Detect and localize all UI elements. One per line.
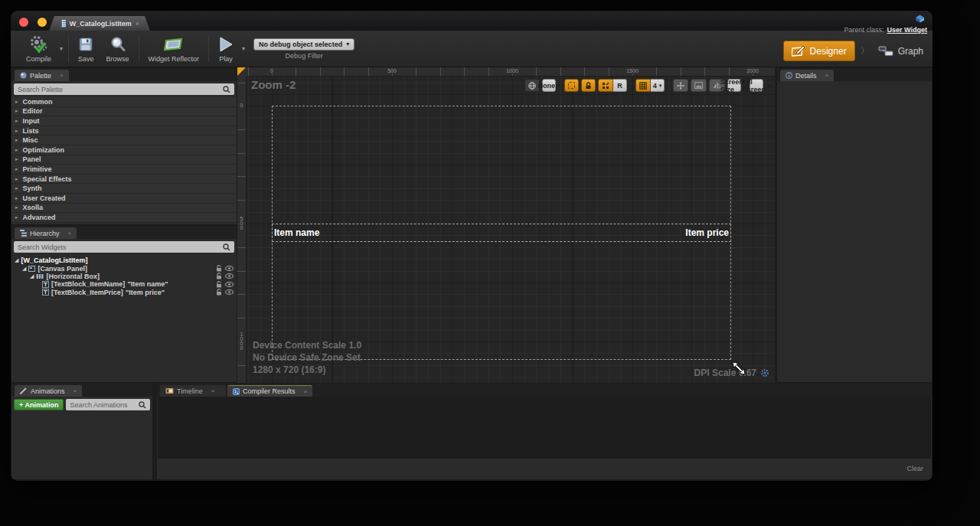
- play-options-caret-icon[interactable]: ▾: [240, 45, 247, 52]
- tree-row-textblock-itemprice[interactable]: [TextBlock_ItemPrice] "Item price": [11, 289, 237, 296]
- expand-arrow-icon[interactable]: ▸: [15, 137, 18, 143]
- expand-arrow-icon[interactable]: ▸: [15, 99, 18, 105]
- tab-animations[interactable]: Animations ×: [15, 385, 82, 397]
- visibility-eye-icon[interactable]: [225, 266, 234, 271]
- palette-category-xsolla[interactable]: ▸Xsolla: [11, 204, 237, 214]
- compile-button[interactable]: Compile: [20, 31, 57, 67]
- visibility-eye-icon[interactable]: [225, 282, 234, 287]
- close-panel-icon[interactable]: ×: [74, 387, 77, 394]
- clear-log-button[interactable]: Clear: [906, 465, 923, 472]
- graph-mode-button[interactable]: Graph: [875, 46, 926, 57]
- expand-arrow-icon[interactable]: ▸: [15, 128, 18, 134]
- palette-category-lists[interactable]: ▸Lists: [11, 126, 237, 136]
- palette-category-common[interactable]: ▸Common: [11, 97, 237, 107]
- add-animation-button[interactable]: + Animation: [14, 399, 64, 410]
- expand-arrow-icon[interactable]: ▸: [15, 195, 18, 201]
- parent-class-label: Parent class:: [844, 26, 884, 34]
- palette-search-input[interactable]: Search Palette: [14, 83, 234, 95]
- grid-toggle-button[interactable]: [635, 79, 651, 92]
- collapse-arrow-icon[interactable]: ◢: [22, 266, 26, 272]
- designer-viewport[interactable]: 0 500 1000 1500 2000 0 500 1000 Zoom -2 …: [237, 67, 775, 383]
- lock-icon[interactable]: [216, 273, 222, 279]
- close-panel-icon[interactable]: ×: [825, 72, 829, 79]
- preview-background-button[interactable]: [691, 79, 707, 92]
- minimize-window-button[interactable]: [38, 18, 47, 27]
- expand-arrow-icon[interactable]: ▸: [15, 204, 18, 211]
- palette-category-primitive[interactable]: ▸Primitive: [11, 165, 237, 175]
- palette-category-editor[interactable]: ▸Editor: [11, 107, 237, 117]
- palette-category-user-created[interactable]: ▸User Created: [11, 194, 237, 204]
- titlebar[interactable]: W_CatalogListItem ×: [11, 11, 933, 31]
- expand-arrow-icon[interactable]: ▸: [15, 214, 18, 221]
- outline-toggle-button[interactable]: [564, 79, 579, 92]
- tab-details[interactable]: Details ×: [780, 70, 834, 81]
- compiler-results-log[interactable]: [158, 397, 931, 459]
- play-button[interactable]: Play: [212, 31, 240, 67]
- close-tab-icon[interactable]: ×: [136, 20, 139, 28]
- palette-category-misc[interactable]: ▸Misc: [11, 136, 237, 145]
- asset-tab[interactable]: W_CatalogListItem ×: [49, 16, 150, 31]
- item-price-text[interactable]: Item price: [685, 227, 729, 238]
- tree-row-horizontal-box[interactable]: ◢ [Horizontal Box]: [11, 273, 237, 280]
- tab-hierarchy[interactable]: Hierarchy ×: [15, 227, 77, 239]
- palette-category-special-effects[interactable]: ▸Special Effects: [11, 175, 237, 185]
- grid-snap-toggle-button[interactable]: [598, 79, 613, 92]
- grid-snap-rotation-button[interactable]: R: [613, 79, 627, 92]
- tab-timeline[interactable]: Timeline ×: [160, 385, 226, 397]
- horizontal-box-widget[interactable]: Item name Item price: [272, 224, 731, 242]
- tree-row-textblock-itemname[interactable]: [TextBlock_ItemName] "Item name": [11, 280, 237, 288]
- lock-icon[interactable]: [216, 281, 222, 288]
- save-button[interactable]: Save: [72, 31, 100, 67]
- expand-arrow-icon[interactable]: ▸: [15, 185, 18, 191]
- tree-row-canvas-panel[interactable]: ◢ [Canvas Panel]: [11, 264, 237, 272]
- grid-size-dropdown[interactable]: 4▾: [651, 79, 665, 92]
- palette-category-advanced[interactable]: ▸Advanced: [11, 213, 237, 223]
- expand-arrow-icon[interactable]: ▸: [15, 147, 18, 153]
- close-panel-icon[interactable]: ×: [60, 72, 64, 79]
- lock-widgets-button[interactable]: [581, 79, 596, 92]
- screen-size-dropdown[interactable]: Screen Size▾: [727, 79, 741, 92]
- widget-reflector-button[interactable]: Widget Reflector: [142, 31, 206, 67]
- palette-category-synth[interactable]: ▸Synth: [11, 184, 237, 194]
- expand-arrow-icon[interactable]: ▸: [15, 108, 18, 114]
- hierarchy-search-input[interactable]: Search Widgets: [14, 241, 234, 253]
- expand-arrow-icon[interactable]: ▸: [15, 166, 18, 172]
- close-panel-icon[interactable]: ×: [211, 387, 215, 394]
- lock-icon[interactable]: [216, 265, 222, 272]
- play-label: Play: [219, 55, 233, 63]
- animations-search-input[interactable]: Search Animations: [66, 399, 150, 410]
- close-window-button[interactable]: [19, 18, 28, 27]
- expand-arrow-icon[interactable]: ▸: [15, 176, 18, 182]
- visibility-eye-icon[interactable]: [225, 289, 234, 295]
- browse-button[interactable]: Browse: [100, 31, 136, 67]
- debug-object-dropdown[interactable]: No debug object selected ▾: [253, 38, 354, 51]
- expand-arrow-icon[interactable]: ▸: [15, 118, 18, 124]
- dpi-settings-gear-icon[interactable]: [760, 368, 769, 377]
- visibility-eye-icon[interactable]: [225, 273, 234, 279]
- close-panel-icon[interactable]: ×: [68, 230, 72, 237]
- palette-category-input[interactable]: ▸Input: [11, 116, 237, 126]
- expand-arrow-icon[interactable]: ▸: [15, 156, 18, 162]
- close-panel-icon[interactable]: ×: [304, 388, 308, 395]
- parent-class-link[interactable]: User Widget: [887, 26, 927, 34]
- collapse-arrow-icon[interactable]: ◢: [30, 273, 34, 279]
- compile-options-caret-icon[interactable]: ▾: [57, 45, 65, 52]
- tutorial-hint-icon[interactable]: [915, 15, 925, 23]
- tab-palette[interactable]: Palette ×: [15, 70, 69, 81]
- lock-icon[interactable]: [216, 289, 222, 296]
- ruler-label: 2000: [745, 68, 760, 74]
- palette-category-optimization[interactable]: ▸Optimization: [11, 145, 237, 155]
- zoom-level-label: Zoom -2: [251, 78, 296, 91]
- tree-row-root[interactable]: ◢ [W_CatalogListItem]: [11, 256, 237, 264]
- item-name-text[interactable]: Item name: [274, 227, 319, 238]
- fill-screen-dropdown[interactable]: Fill Screen▾: [750, 79, 763, 92]
- palette-category-panel[interactable]: ▸Panel: [11, 155, 237, 165]
- details-body: [777, 81, 932, 382]
- toolbar-separator: [208, 35, 209, 62]
- transform-mode-button[interactable]: [673, 79, 688, 92]
- designer-mode-button[interactable]: Designer: [783, 41, 855, 61]
- tab-compiler-results[interactable]: Compiler Results ×: [227, 385, 312, 397]
- flow-direction-dropdown[interactable]: None▾: [542, 79, 556, 92]
- collapse-arrow-icon[interactable]: ◢: [15, 257, 18, 263]
- text-block-icon: [42, 289, 49, 296]
